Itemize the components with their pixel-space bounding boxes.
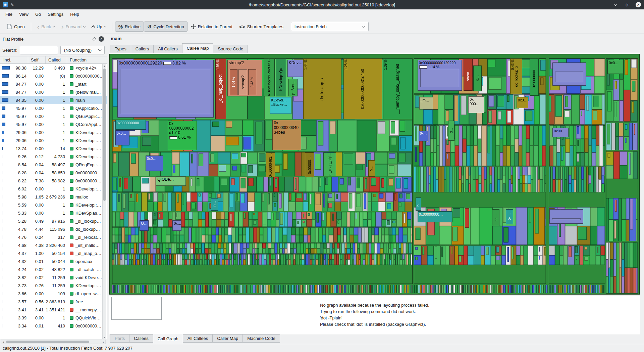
horizontal-scrollbar-handle[interactable] <box>6 341 89 343</box>
column-header-called[interactable]: Called <box>46 56 67 63</box>
tab-callers[interactable]: Callers <box>131 45 154 53</box>
callee-map-block[interactable]: 0x… <box>419 131 428 141</box>
scroll-down-icon[interactable]: ▾ <box>104 335 105 339</box>
callee-map-block[interactable]: in… <box>211 198 218 211</box>
relative-toggle[interactable]: % Relative <box>115 21 144 32</box>
callee-map-block[interactable] <box>552 62 586 85</box>
tab-source-code[interactable]: Source Code <box>213 45 248 53</box>
back-button[interactable]: ‹ Back <box>34 21 58 32</box>
table-row[interactable]: 8.540.0458 497QRegExp::… <box>0 161 107 169</box>
table-row[interactable]: 4.760.24317_dl_relocat… <box>0 233 107 241</box>
callee-map-block[interactable]: 0x0… <box>517 97 528 108</box>
table-row[interactable]: 3.413.411 351 421__memcpy… <box>0 306 107 314</box>
callee-map-block[interactable]: 0x0000000… <box>530 58 539 96</box>
horizontal-scrollbar[interactable]: ◂ ▸ <box>1 340 106 344</box>
table-row[interactable]: 3.390.001QQuickVie… <box>0 314 107 322</box>
callee-map-block[interactable]: strcmp'2 <box>238 69 247 95</box>
callee-map-block[interactable]: 0x0… <box>146 156 163 171</box>
forward-button[interactable]: › Forward <box>58 21 89 32</box>
float-dock-icon[interactable] <box>92 37 97 41</box>
tab-all-callees[interactable]: All Callees <box>183 334 213 343</box>
table-row[interactable]: 84.770.001(below mai… <box>0 88 107 96</box>
tab-types[interactable]: Types <box>110 45 131 53</box>
table-row[interactable]: 9.260.124 730KDevelop::… <box>0 152 107 161</box>
table-row[interactable]: 3.820.0211 259void KDeve… <box>0 273 107 281</box>
callee-map-block[interactable] <box>549 209 583 224</box>
callee-map-block[interactable]: 1.04 % <box>230 69 238 95</box>
menu-file[interactable]: File <box>2 10 16 18</box>
callee-map[interactable]: 0x00000000001292203.82 %1.96 %_dl_map_ob… <box>109 54 640 295</box>
table-row[interactable]: 8.280.0458 6530x0000000… <box>0 169 107 177</box>
callee-map-block[interactable]: 0.43 %do_lookup_x <box>510 58 522 94</box>
minimize-button[interactable] <box>612 2 619 8</box>
relative-to-parent-toggle[interactable]: Relative to Parent <box>187 21 236 32</box>
table-row[interactable]: 4.320.0150 044openaux <box>0 257 107 265</box>
callee-map-block[interactable]: 0.43 % <box>248 69 256 95</box>
maximize-button[interactable]: ◇ <box>624 2 630 8</box>
callee-map-block[interactable]: 0x00000461… <box>266 152 275 177</box>
table-row[interactable]: 4.684.382 826 460_int_mallo… <box>0 241 107 249</box>
scroll-right-icon[interactable]: ▸ <box>103 340 104 344</box>
table-row[interactable]: 3.730.7611 259KDevelop::… <box>0 281 107 290</box>
shorten-templates-toggle[interactable]: <> Shorten Templates <box>236 21 287 32</box>
table-row[interactable]: 5.981.652 679 236malloc <box>0 193 107 201</box>
callee-map-block[interactable]: 0x000… <box>468 96 484 113</box>
callee-map-block[interactable]: 1.44 %do_lookup_x <box>303 58 341 119</box>
table-row[interactable]: 4.240.0248 822_dl_catch_… <box>0 265 107 273</box>
table-row[interactable]: 45.970.001QCoreAppl… <box>0 120 107 128</box>
tab-call-graph[interactable]: Call Graph <box>153 334 183 344</box>
callee-map-block[interactable]: 0x000000000… <box>115 120 146 130</box>
tab-parts[interactable]: Parts <box>110 334 129 343</box>
callee-map-block[interactable]: Q… <box>140 220 149 231</box>
table-row[interactable]: 6.020.001KDevelop::… <box>0 185 107 193</box>
callee-map-block[interactable]: 0x00000… <box>305 152 314 177</box>
callee-map-block[interactable]: QIODe… <box>156 176 185 186</box>
cycle-detection-toggle[interactable]: ↺ Cycle Detection <box>144 21 187 32</box>
callee-map-block[interactable]: KDev… <box>287 60 304 77</box>
callee-map-block[interactable]: 0x00… <box>552 128 568 137</box>
callee-map-block[interactable]: in… <box>416 197 421 211</box>
column-header-self[interactable]: Self <box>28 56 46 63</box>
callee-map-block[interactable]: 0x00000000002d1b100.61 % <box>168 121 197 150</box>
callee-map-block[interactable]: 1.96 %_dl_map_object <box>215 58 226 119</box>
callee-map-block[interactable]: 0x… <box>172 220 181 231</box>
callee-map-block[interactable]: p::Buc… <box>288 79 298 97</box>
table-row[interactable]: 8.227.3858 9820x0000000… <box>0 177 107 185</box>
table-row[interactable]: 3.340.014100x0000000… <box>0 322 107 330</box>
column-header-incl[interactable]: Incl. <box>0 56 28 63</box>
table-row[interactable]: 13.740.0014KDevelop::… <box>0 144 107 152</box>
callee-map-block[interactable]: 1.39 %__memcpy_sse2_unaligned <box>383 58 412 119</box>
callee-map-block[interactable]: 0x00000000001292201.14 % <box>418 60 462 91</box>
grouping-combobox[interactable]: (No Grouping) <box>60 46 105 54</box>
search-input[interactable] <box>20 46 58 54</box>
scroll-left-icon[interactable]: ◂ <box>2 340 4 344</box>
table-row[interactable]: 5.280.4987 916_dl_lookup… <box>0 217 107 225</box>
event-type-combobox[interactable]: Instruction Fetch <box>291 22 369 31</box>
table-row[interactable]: 4.784.44115 096do_lookup… <box>0 225 107 233</box>
callee-map-block[interactable]: 0x00000000001292203.82 % <box>117 60 214 118</box>
callee-map-block[interactable]: dl_map_obj… <box>323 152 336 176</box>
table-row[interactable]: 3.570.562 863 813free <box>0 298 107 306</box>
callee-map-block[interactable]: 0x00000000… <box>418 211 452 222</box>
table-row[interactable]: 84.770.001_start <box>0 80 107 88</box>
menu-go[interactable]: Go <box>32 10 44 18</box>
callee-map-block[interactable]: 0… <box>368 160 375 176</box>
callee-map-block[interactable]: 0x0… <box>607 60 623 74</box>
callee-map-block[interactable]: K… <box>473 65 482 91</box>
up-button[interactable]: Up <box>89 21 109 32</box>
callee-map-block[interactable]: 0x0… <box>115 130 130 145</box>
menu-help[interactable]: Help <box>67 10 83 18</box>
callee-map-block[interactable]: _m… <box>419 97 433 109</box>
table-row[interactable]: 98.3812.293 493<cycle 42> <box>0 64 107 72</box>
table-row[interactable]: 29.060.001KDevelop::… <box>0 136 107 144</box>
vertical-scrollbar[interactable]: ▴ ▾ <box>102 64 106 339</box>
table-row[interactable]: 29.060.001KDevelop::… <box>0 128 107 136</box>
table-row[interactable]: 5.330.001KDevSplas… <box>0 209 107 217</box>
dock-close-icon[interactable]: × <box>99 36 104 42</box>
table-row[interactable]: 84.350.001main <box>0 96 107 104</box>
callee-map-block[interactable]: 0x… <box>506 209 513 224</box>
table-row[interactable]: 45.970.001QApplicatio… <box>0 104 107 112</box>
callee-map-block[interactable]: 1.28 %0x000000000031d4e0 <box>343 58 382 119</box>
tab-callee-map[interactable]: Callee Map <box>182 43 214 53</box>
tab-machine-code[interactable]: Machine Code <box>243 334 280 343</box>
